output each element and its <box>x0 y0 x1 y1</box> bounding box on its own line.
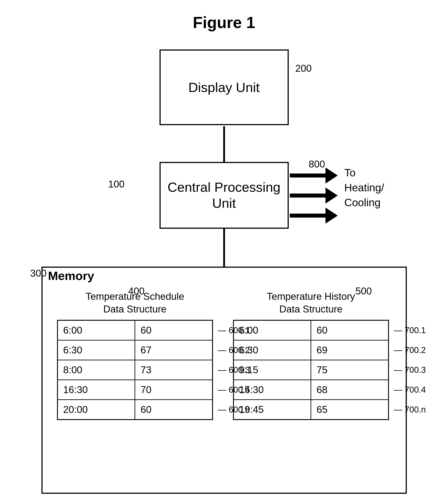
arrow-row-1 <box>290 167 338 183</box>
schedule-row-4: 20:00 60 — 600.n <box>57 400 212 420</box>
history-temp-3: 68 — 700.4 <box>311 380 389 400</box>
display-unit-box: Display Unit <box>160 50 289 125</box>
display-unit-label: Display Unit <box>188 80 260 95</box>
line-cpu-to-memory <box>223 229 225 267</box>
history-row-0: 6:00 60 — 700.1 <box>233 320 389 340</box>
history-table: 6:00 60 — 700.1 6:30 69 — 700.2 9:15 75 … <box>233 320 389 420</box>
arrow-row-3 <box>290 208 338 224</box>
arrow-head-3 <box>325 208 338 224</box>
schedule-temp-2: 73 — 600.3 <box>135 360 212 380</box>
ref-300: 300 <box>30 268 47 279</box>
history-time-1: 6:30 <box>233 340 311 360</box>
ref-200: 200 <box>295 63 312 74</box>
history-time-4: 19:45 <box>233 400 311 420</box>
heating-cooling-text: To Heating/ Cooling <box>344 165 384 210</box>
history-title: Temperature History Data Structure <box>233 290 389 315</box>
history-time-3: 15:30 <box>233 380 311 400</box>
schedule-row-1: 6:30 67 — 600.2 <box>57 340 212 360</box>
history-ref-4: — 700.n <box>394 405 426 414</box>
history-ref-1: — 700.2 <box>394 345 426 355</box>
arrow-head-1 <box>325 167 338 183</box>
schedule-temp-4: 60 — 600.n <box>135 400 212 420</box>
schedule-row-0: 6:00 60 — 600.1 <box>57 320 212 340</box>
history-table-wrapper: 6:00 60 — 700.1 6:30 69 — 700.2 9:15 75 … <box>233 320 389 420</box>
schedule-table: 6:00 60 — 600.1 6:30 67 — 600.2 8:00 73 … <box>57 320 213 420</box>
figure-title: Figure 1 <box>193 13 255 32</box>
arrow-shaft-1 <box>290 174 325 178</box>
diagram-area: Display Unit 200 Central ProcessingUnit … <box>24 50 425 495</box>
history-time-0: 6:00 <box>233 320 311 340</box>
history-row-4: 19:45 65 — 700.n <box>233 400 389 420</box>
history-time-2: 9:15 <box>233 360 311 380</box>
history-row-1: 6:30 69 — 700.2 <box>233 340 389 360</box>
history-ref-2: — 700.3 <box>394 365 426 375</box>
schedule-table-wrapper: 6:00 60 — 600.1 6:30 67 — 600.2 8:00 73 … <box>57 320 213 420</box>
heating-cooling-line1: To <box>344 167 356 179</box>
schedule-temp-0: 60 — 600.1 <box>135 320 212 340</box>
schedule-temp-1: 67 — 600.2 <box>135 340 212 360</box>
arrow-row-2 <box>290 188 338 204</box>
page-container: Figure 1 Display Unit 200 Central Proces… <box>0 0 448 504</box>
schedule-title: Temperature Schedule Data Structure <box>57 290 213 315</box>
heating-cooling-arrows <box>290 167 338 224</box>
cpu-label: Central ProcessingUnit <box>168 179 280 211</box>
history-row-3: 15:30 68 — 700.4 <box>233 380 389 400</box>
history-row-2: 9:15 75 — 700.3 <box>233 360 389 380</box>
cpu-box: Central ProcessingUnit <box>160 162 289 229</box>
history-temp-0: 60 — 700.1 <box>311 320 389 340</box>
history-temp-4: 65 — 700.n <box>311 400 389 420</box>
history-temp-1: 69 — 700.2 <box>311 340 389 360</box>
heating-cooling-line2: Heating/ <box>344 182 384 194</box>
history-temp-2: 75 — 700.3 <box>311 360 389 380</box>
arrow-shaft-3 <box>290 214 325 217</box>
schedule-row-3: 16:30 70 — 600.4 <box>57 380 212 400</box>
arrow-head-2 <box>325 188 338 204</box>
memory-label: Memory <box>48 269 94 283</box>
schedule-temp-3: 70 — 600.4 <box>135 380 212 400</box>
schedule-time-4: 20:00 <box>57 400 135 420</box>
schedule-time-3: 16:30 <box>57 380 135 400</box>
history-container: Temperature History Data Structure 6:00 … <box>233 290 389 420</box>
schedule-row-2: 8:00 73 — 600.3 <box>57 360 212 380</box>
line-display-to-cpu <box>223 126 225 162</box>
schedule-time-0: 6:00 <box>57 320 135 340</box>
schedule-time-2: 8:00 <box>57 360 135 380</box>
arrow-shaft-2 <box>290 194 325 198</box>
history-ref-3: — 700.4 <box>394 385 426 395</box>
history-ref-0: — 700.1 <box>394 326 426 335</box>
ref-100: 100 <box>108 179 125 190</box>
schedule-time-1: 6:30 <box>57 340 135 360</box>
schedule-container: Temperature Schedule Data Structure 6:00… <box>57 290 213 420</box>
heating-cooling-line3: Cooling <box>344 197 381 208</box>
